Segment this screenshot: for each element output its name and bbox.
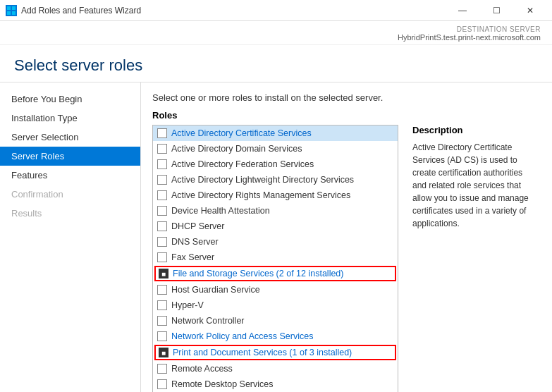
description-text: Active Directory Certificate Services (A… bbox=[412, 141, 535, 230]
checkbox-fax[interactable] bbox=[157, 252, 167, 262]
window-controls: — ☐ ✕ bbox=[446, 0, 546, 21]
role-label-dhcp: DHCP Server bbox=[171, 221, 224, 231]
app-icon bbox=[6, 5, 17, 16]
role-item-remote-desktop[interactable]: Remote Desktop Services bbox=[153, 376, 398, 392]
checkbox-print-doc[interactable]: ■ bbox=[159, 348, 168, 357]
role-item-dns[interactable]: DNS Server bbox=[153, 234, 398, 250]
close-button[interactable]: ✕ bbox=[514, 0, 546, 21]
checkbox-dhcp[interactable] bbox=[157, 221, 167, 231]
checkbox-file-storage[interactable]: ■ bbox=[159, 269, 168, 278]
checkbox-ad-lightweight[interactable] bbox=[157, 175, 167, 185]
description-title: Description bbox=[412, 125, 535, 135]
role-label-network-controller: Network Controller bbox=[171, 316, 245, 326]
wizard-content: Before You Begin Installation Type Serve… bbox=[0, 82, 552, 392]
role-item-remote-access[interactable]: Remote Access bbox=[153, 361, 398, 376]
checkbox-ad-fed[interactable] bbox=[157, 159, 167, 169]
role-label-device-health: Device Health Attestation bbox=[171, 206, 270, 216]
role-item-dhcp[interactable]: DHCP Server bbox=[153, 219, 398, 234]
sidebar-item-server-selection[interactable]: Server Selection bbox=[0, 128, 140, 147]
checkbox-network-controller[interactable] bbox=[157, 316, 167, 326]
role-item-ad-lightweight[interactable]: Active Directory Lightweight Directory S… bbox=[153, 172, 398, 188]
checkbox-ad-cert[interactable] bbox=[157, 128, 167, 138]
role-label-file-storage: File and Storage Services (2 of 12 insta… bbox=[173, 269, 344, 278]
svg-rect-2 bbox=[7, 11, 11, 15]
checkbox-device-health[interactable] bbox=[157, 206, 167, 216]
role-item-file-storage[interactable]: ■ File and Storage Services (2 of 12 ins… bbox=[154, 266, 396, 281]
role-label-ad-rights: Active Directory Rights Management Servi… bbox=[171, 190, 350, 200]
role-label-ad-lightweight: Active Directory Lightweight Directory S… bbox=[171, 175, 354, 185]
svg-rect-1 bbox=[12, 6, 16, 10]
main-panel: Select one or more roles to install on t… bbox=[141, 82, 552, 392]
checkbox-host-guardian[interactable] bbox=[157, 285, 167, 295]
checkbox-ad-domain[interactable] bbox=[157, 144, 167, 154]
sidebar-item-results: Results bbox=[0, 204, 140, 223]
role-item-network-policy[interactable]: Network Policy and Access Services bbox=[153, 329, 398, 344]
role-label-ad-cert: Active Directory Certificate Services bbox=[171, 128, 312, 138]
role-item-host-guardian[interactable]: Host Guardian Service bbox=[153, 282, 398, 298]
role-item-hyper-v[interactable]: Hyper-V bbox=[153, 298, 398, 313]
roles-container: Active Directory Certificate Services Ac… bbox=[152, 125, 541, 392]
role-item-fax[interactable]: Fax Server bbox=[153, 250, 398, 265]
role-label-dns: DNS Server bbox=[171, 237, 219, 247]
sidebar-item-server-roles[interactable]: Server Roles bbox=[0, 147, 140, 166]
role-item-print-doc[interactable]: ■ Print and Document Services (1 of 3 in… bbox=[154, 345, 396, 360]
role-item-ad-domain[interactable]: Active Directory Domain Services bbox=[153, 141, 398, 157]
wizard-header: Select server roles bbox=[0, 45, 552, 82]
role-label-hyper-v: Hyper-V bbox=[171, 300, 204, 310]
checkbox-ad-rights[interactable] bbox=[157, 190, 167, 200]
checkbox-remote-access[interactable] bbox=[157, 364, 167, 374]
role-item-device-health[interactable]: Device Health Attestation bbox=[153, 203, 398, 219]
checkbox-remote-desktop[interactable] bbox=[157, 379, 167, 389]
dest-server-label: DESTINATION SERVER bbox=[11, 25, 541, 33]
roles-list[interactable]: Active Directory Certificate Services Ac… bbox=[153, 125, 398, 392]
roles-label: Roles bbox=[152, 110, 541, 121]
role-label-host-guardian: Host Guardian Service bbox=[171, 285, 260, 295]
sidebar-item-confirmation: Confirmation bbox=[0, 185, 140, 204]
role-label-ad-fed: Active Directory Federation Services bbox=[171, 159, 314, 169]
maximize-button[interactable]: ☐ bbox=[480, 0, 513, 21]
role-label-network-policy: Network Policy and Access Services bbox=[171, 331, 313, 341]
role-item-ad-cert[interactable]: Active Directory Certificate Services bbox=[153, 125, 398, 141]
titlebar: Add Roles and Features Wizard — ☐ ✕ bbox=[0, 0, 552, 21]
svg-rect-3 bbox=[12, 11, 16, 15]
sidebar-item-before-you-begin[interactable]: Before You Begin bbox=[0, 90, 140, 109]
sidebar-item-installation-type[interactable]: Installation Type bbox=[0, 109, 140, 128]
sidebar: Before You Begin Installation Type Serve… bbox=[0, 82, 141, 392]
roles-list-wrapper: Active Directory Certificate Services Ac… bbox=[152, 125, 398, 392]
dest-server-value: HybridPrintS.test.print-next.microsoft.c… bbox=[11, 33, 541, 42]
window-title: Add Roles and Features Wizard bbox=[21, 6, 446, 16]
checkbox-dns[interactable] bbox=[157, 237, 167, 247]
role-label-ad-domain: Active Directory Domain Services bbox=[171, 144, 302, 154]
role-item-network-controller[interactable]: Network Controller bbox=[153, 313, 398, 329]
minimize-button[interactable]: — bbox=[446, 0, 479, 21]
role-label-fax: Fax Server bbox=[171, 252, 214, 262]
sidebar-item-features[interactable]: Features bbox=[0, 166, 140, 185]
role-item-ad-fed[interactable]: Active Directory Federation Services bbox=[153, 157, 398, 172]
role-label-remote-access: Remote Access bbox=[171, 364, 233, 374]
role-item-ad-rights[interactable]: Active Directory Rights Management Servi… bbox=[153, 188, 398, 203]
role-label-remote-desktop: Remote Desktop Services bbox=[171, 379, 274, 389]
role-label-print-doc: Print and Document Services (1 of 3 inst… bbox=[173, 348, 352, 357]
description-panel: Description Active Directory Certificate… bbox=[407, 125, 541, 392]
svg-rect-0 bbox=[7, 6, 11, 10]
destination-server-bar: DESTINATION SERVER HybridPrintS.test.pri… bbox=[0, 21, 552, 45]
instruction-text: Select one or more roles to install on t… bbox=[152, 92, 541, 103]
checkbox-hyper-v[interactable] bbox=[157, 300, 167, 310]
page-title: Select server roles bbox=[14, 56, 538, 75]
checkbox-network-policy[interactable] bbox=[157, 331, 167, 341]
wizard-body: DESTINATION SERVER HybridPrintS.test.pri… bbox=[0, 21, 552, 392]
